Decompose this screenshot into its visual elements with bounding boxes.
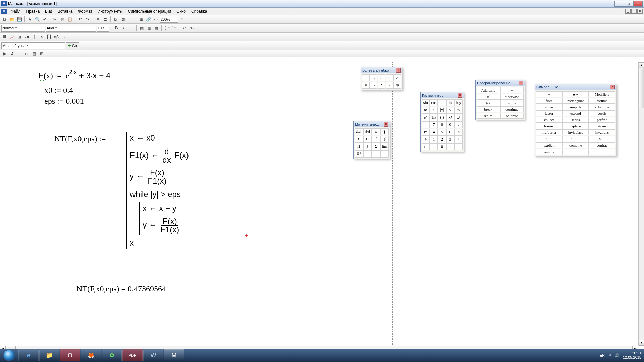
symbolic-icon[interactable]: → <box>60 34 67 40</box>
palette-cell[interactable]: Π <box>355 143 363 150</box>
palette-symb-close[interactable]: × <box>610 85 615 89</box>
palette-cell[interactable]: return <box>477 113 500 119</box>
debug3-button[interactable]: _ <box>16 50 23 57</box>
menu-format[interactable]: Формат <box>75 8 95 14</box>
program-block[interactable]: x ← x0 F1(x) ← ddx F(x) y ← F(x)F1(x) wh… <box>126 132 189 249</box>
palette-cell[interactable]: rectangular <box>562 98 589 104</box>
palette-cell[interactable]: ∞ <box>372 128 380 135</box>
palette-cell[interactable]: factor <box>536 110 562 116</box>
palette-cell[interactable]: ∇f <box>355 150 363 158</box>
tray-flag-icon[interactable]: ⚐ <box>608 353 611 358</box>
align2-button[interactable]: ≣ <box>102 16 109 23</box>
palette-cell[interactable]: break <box>477 106 500 112</box>
palette-calculator[interactable]: Калькулятор× sincostanlnlogn!i|x|√ⁿ√eˣ1/… <box>420 92 464 152</box>
palette-cell[interactable]: |M|→ <box>589 136 615 142</box>
palette-math[interactable]: Математиче...× ∂/∂d/d∞∫ΣΠ∫∮Π∫Σlim∇f <box>353 121 390 159</box>
palette-cell[interactable]: invlaplace <box>562 129 589 135</box>
menu-tools[interactable]: Инструменты <box>95 8 125 14</box>
palette-cell[interactable]: ¬ <box>370 82 378 89</box>
palette-cell[interactable] <box>589 149 615 155</box>
palette-cell[interactable]: . <box>430 143 438 150</box>
underline-button[interactable]: U <box>128 25 135 32</box>
palette-cell[interactable]: 2 <box>438 136 446 143</box>
palette-cell[interactable]: substitute <box>589 104 615 110</box>
palette-cell[interactable]: 1 <box>430 136 438 143</box>
palette-cell[interactable]: / <box>454 121 463 128</box>
scroll-down-button[interactable]: ▼ <box>639 340 644 346</box>
taskbar-icq[interactable]: ✿ <box>102 349 122 361</box>
taskbar-word[interactable]: W <box>143 349 163 361</box>
palette-cell[interactable]: if <box>477 94 500 100</box>
palette-cell[interactable]: √ <box>446 107 454 114</box>
palette-cell[interactable]: sin <box>422 99 430 106</box>
palette-cell[interactable]: |x| <box>438 107 446 114</box>
palette-cell[interactable]: solve <box>536 104 562 110</box>
palette-cell[interactable]: assume <box>589 98 615 104</box>
fx-button[interactable]: fx <box>112 16 119 23</box>
matrix-icon[interactable]: ⊞ <box>16 34 23 40</box>
palette-cell[interactable]: ÷ <box>422 136 430 143</box>
palette-cell[interactable]: 0 <box>438 143 446 150</box>
palette-cell[interactable]: continue <box>500 106 524 112</box>
tray-clock[interactable]: 20:21 12.05.2015 <box>623 351 641 360</box>
menu-symbolic[interactable]: Символьные операции <box>125 8 174 14</box>
eps-definition[interactable]: eps := 0.001 <box>44 97 84 106</box>
palette-cell[interactable]: ∧ <box>378 82 385 89</box>
palette-boolean-close[interactable]: × <box>396 68 401 73</box>
palette-cell[interactable]: ztrans <box>589 123 615 129</box>
graph-icon[interactable]: 📈 <box>9 34 15 40</box>
palette-cell[interactable]: i= <box>422 129 430 136</box>
palette-cell[interactable]: × <box>454 129 463 136</box>
preview-button[interactable]: 🔍 <box>34 16 41 23</box>
palette-cell[interactable]: xʸ <box>454 114 463 121</box>
numbers-button[interactable]: 1≡ <box>171 25 177 32</box>
palette-cell[interactable]: ⊕ <box>393 82 401 89</box>
calc-button[interactable]: = <box>127 16 134 23</box>
palette-math-close[interactable]: × <box>384 122 388 127</box>
palette-cell[interactable]: ᵐ⁻¹→ <box>562 136 589 142</box>
palette-cell[interactable]: combine <box>562 142 589 148</box>
palette-cell[interactable]: π <box>422 121 430 128</box>
palette-cell[interactable]: = <box>362 74 370 81</box>
palette-cell[interactable]: ≠ <box>362 82 370 89</box>
italic-button[interactable]: I <box>120 25 127 32</box>
palette-cell[interactable]: Modifiers <box>589 91 615 97</box>
zoom-select[interactable]: 200%▾ <box>160 16 178 23</box>
eval-icon[interactable]: x= <box>23 34 30 40</box>
debug4-button[interactable]: ↦ <box>23 50 30 57</box>
spell-button[interactable]: ✔ <box>41 16 48 23</box>
palette-cell[interactable]: ln <box>446 99 454 106</box>
palette-cell[interactable]: coeffs <box>589 110 615 116</box>
palette-cell[interactable]: i <box>430 107 438 114</box>
taskbar-explorer[interactable]: e <box>18 349 39 361</box>
palette-cell[interactable]: otherwise <box>500 94 524 100</box>
palette-cell[interactable]: ∫ <box>372 136 380 143</box>
palette-cell[interactable]: Add Line <box>477 87 500 93</box>
palette-cell[interactable] <box>363 150 372 158</box>
palette-cell[interactable]: series <box>562 117 589 123</box>
palette-cell[interactable]: 4 <box>430 129 438 136</box>
x0-definition[interactable]: x0 := 0.4 <box>44 86 73 95</box>
align-center-button[interactable]: ▥ <box>146 25 152 32</box>
f-definition[interactable]: FF(x) := e(x) := e2·x + 3·x − 4 <box>39 70 110 80</box>
worksheet[interactable]: FF(x) := e(x) := e2·x + 3·x − 4 x0 := 0.… <box>0 62 644 345</box>
palette-cell[interactable]: ( ) <box>438 114 446 121</box>
palette-cell[interactable]: ■→ <box>562 91 589 97</box>
palette-cell[interactable]: ᵐ→ <box>536 136 562 142</box>
taskbar-files[interactable]: 📁 <box>39 349 59 361</box>
new-button[interactable]: 🗋 <box>1 16 8 23</box>
palette-cell[interactable]: ≥ <box>393 74 401 81</box>
palette-cell[interactable]: collect <box>536 117 562 123</box>
palette-cell[interactable]: ∂/∂ <box>355 128 363 135</box>
boolean-icon[interactable]: ≤ <box>38 34 45 40</box>
palette-cell[interactable]: simplify <box>562 104 589 110</box>
vertical-scrollbar[interactable]: ▲ ▼ <box>638 62 644 346</box>
calculus-icon[interactable]: ∫ <box>31 34 38 40</box>
style-select[interactable]: Normal▾ <box>1 25 45 32</box>
palette-cell[interactable]: ⁿ√ <box>454 107 463 114</box>
mdi-min[interactable]: _ <box>625 9 631 14</box>
palette-cell[interactable]: float <box>536 98 562 104</box>
open-button[interactable]: 📂 <box>9 16 15 23</box>
palette-cell[interactable]: ∨ <box>386 82 393 89</box>
palette-cell[interactable]: ∮ <box>380 136 389 143</box>
